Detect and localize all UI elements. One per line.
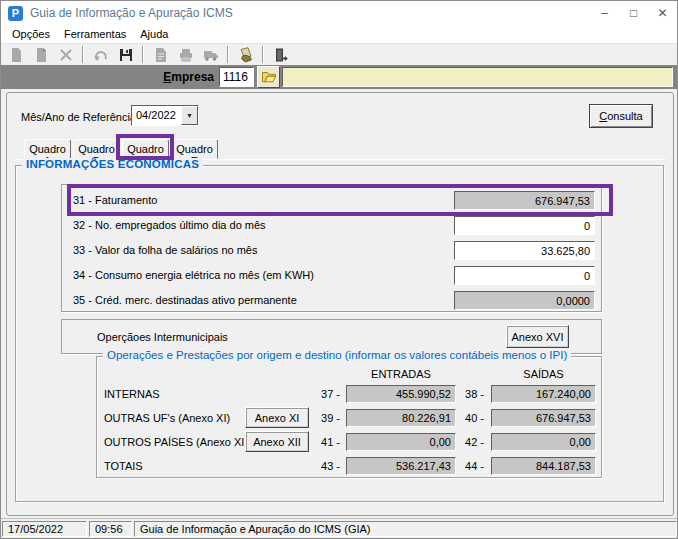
app-window: P Guia de Informação e Apuração ICMS – □… xyxy=(0,0,678,539)
label-outros-paises-anexo-xii: OUTROS PAÍSES (Anexo XII) xyxy=(104,436,251,448)
field-31: 676.947,53 xyxy=(454,191,595,210)
field-37: 455.990,52 xyxy=(346,385,456,403)
tab-quadro-a[interactable]: Quadro A xyxy=(24,139,71,159)
tab-quadro-b[interactable]: Quadro B xyxy=(73,139,120,159)
economic-row-33: 33 - Valor da folha de salários no mês33… xyxy=(62,240,601,265)
menu-item-ferramentas[interactable]: Ferramentas xyxy=(57,26,133,42)
num-label-41: 41 - xyxy=(300,436,340,448)
economic-fields-panel: 31 - Faturamento676.947,5332 - No. empre… xyxy=(61,184,602,312)
app-logo-icon: P xyxy=(8,6,23,21)
label-35: 35 - Créd. merc. destinadas ativo perman… xyxy=(73,294,297,306)
close-icon: ✕ xyxy=(657,6,667,20)
printer-icon xyxy=(178,47,194,63)
field-40: 676.947,53 xyxy=(491,409,596,427)
export-button xyxy=(198,44,223,65)
window-title: Guia de Informação e Apuração ICMS xyxy=(30,6,590,20)
field-35: 0,0000 xyxy=(454,291,595,310)
empresa-band: Empresa xyxy=(1,65,677,89)
maximize-icon: □ xyxy=(630,6,637,20)
new-button xyxy=(3,44,28,65)
edit-button xyxy=(28,44,53,65)
status-time: 09:56 xyxy=(89,521,132,537)
exit-button[interactable] xyxy=(268,44,293,65)
label-totais: TOTAIS xyxy=(104,460,143,472)
status-date: 17/05/2022 xyxy=(2,521,87,537)
origem-destino-title: Operações e Prestações por origem e dest… xyxy=(103,349,571,361)
economic-row-31: 31 - Faturamento676.947,53 xyxy=(62,190,601,215)
empresa-label: Empresa xyxy=(1,70,214,84)
reference-month-label: Mês/Ano de Referência xyxy=(21,111,136,123)
economic-row-32: 32 - No. empregados último dia do mês0 xyxy=(62,215,601,240)
informacoes-economicas-groupbox: INFORMAÇÕES ECONÔMICAS 31 - Faturamento6… xyxy=(15,165,664,502)
maximize-button[interactable]: □ xyxy=(619,1,648,25)
empresa-input[interactable] xyxy=(219,67,254,87)
origem-row-outros-paises-anexo-xii: OUTROS PAÍSES (Anexo XII)Anexo XII41 -0,… xyxy=(97,432,601,454)
field-41: 0,00 xyxy=(346,433,456,451)
field-43: 536.217,43 xyxy=(346,457,456,475)
origem-row-internas: INTERNAS37 -455.990,5238 -167.240,00 xyxy=(97,384,601,406)
toolbar-separator xyxy=(227,46,229,63)
field-32[interactable]: 0 xyxy=(454,216,595,235)
anexo-xvi-button[interactable]: Anexo XVI xyxy=(506,325,569,348)
window-controls: – □ ✕ xyxy=(590,1,677,25)
open-folder-icon xyxy=(261,69,277,85)
edit-page-icon xyxy=(33,47,49,63)
economic-row-35: 35 - Créd. merc. destinadas ativo perman… xyxy=(62,290,601,315)
close-button[interactable]: ✕ xyxy=(648,1,677,25)
toolbar-separator xyxy=(262,46,264,63)
num-label-43: 43 - xyxy=(300,460,340,472)
origem-row-outras-uf-s-anexo-xi: OUTRAS UF's (Anexo XI)Anexo XI39 -80.226… xyxy=(97,408,601,430)
delete-x-icon xyxy=(58,47,74,63)
report-button xyxy=(148,44,173,65)
menu-item-opcoes[interactable]: Opções xyxy=(5,26,57,42)
new-page-icon xyxy=(8,47,24,63)
minimize-button[interactable]: – xyxy=(590,1,619,25)
report-page-icon xyxy=(153,47,169,63)
label-34: 34 - Consumo energia elétrica no mês (em… xyxy=(73,269,314,281)
label-32: 32 - No. empregados último dia do mês xyxy=(73,219,266,231)
field-34[interactable]: 0 xyxy=(454,266,595,285)
undo-button xyxy=(88,44,113,65)
combo-dropdown-icon[interactable]: ▼ xyxy=(181,106,198,125)
reference-month-combobox[interactable]: 04/2022 ▼ xyxy=(131,105,199,126)
label-33: 33 - Valor da folha de salários no mês xyxy=(73,244,257,256)
title-bar: P Guia de Informação e Apuração ICMS – □… xyxy=(1,1,677,25)
origem-destino-groupbox: Operações e Prestações por origem e dest… xyxy=(96,356,602,478)
status-message: Guia de Informação e Apuração do ICMS (G… xyxy=(134,521,677,537)
hand-document-icon xyxy=(238,47,254,63)
open-company-button[interactable] xyxy=(257,66,280,88)
save-diskette-icon xyxy=(118,47,134,63)
save-button[interactable] xyxy=(113,44,138,65)
menu-item-ajuda[interactable]: Ajuda xyxy=(133,26,175,42)
wizard-button[interactable] xyxy=(233,44,258,65)
label-outras-uf-s-anexo-xi: OUTRAS UF's (Anexo XI) xyxy=(104,412,230,424)
toolbar-separator xyxy=(142,46,144,63)
consulta-button[interactable]: Consulta xyxy=(589,104,653,128)
num-label-40: 40 - xyxy=(447,412,484,424)
minimize-icon: – xyxy=(601,6,608,20)
label-internas: INTERNAS xyxy=(104,388,160,400)
content-panel: Mês/Ano de Referência 04/2022 ▼ Consulta… xyxy=(6,92,674,516)
label-31: 31 - Faturamento xyxy=(73,194,157,206)
num-label-38: 38 - xyxy=(447,388,484,400)
field-38: 167.240,00 xyxy=(491,385,596,403)
undo-arrow-icon xyxy=(93,47,109,63)
field-33[interactable]: 33.625,80 xyxy=(454,241,595,260)
toolbar xyxy=(1,43,677,65)
num-label-44: 44 - xyxy=(447,460,484,472)
print-button xyxy=(173,44,198,65)
status-bar: 17/05/2022 09:56 Guia de Informação e Ap… xyxy=(1,518,678,538)
tab-quadro-c[interactable]: Quadro C xyxy=(122,139,169,159)
toolbar-separator xyxy=(82,46,84,63)
origem-row-totais: TOTAIS43 -536.217,4344 -844.187,53 xyxy=(97,456,601,478)
num-label-37: 37 - xyxy=(300,388,340,400)
company-name-field xyxy=(282,67,673,87)
truck-icon xyxy=(203,47,219,63)
menu-bar: OpçõesFerramentasAjuda xyxy=(1,25,677,43)
reference-month-value: 04/2022 xyxy=(132,106,181,125)
field-42: 0,00 xyxy=(491,433,596,451)
tab-quadro-e[interactable]: Quadro E xyxy=(171,139,218,159)
field-39: 80.226,91 xyxy=(346,409,456,427)
exit-door-icon xyxy=(273,47,289,63)
num-label-42: 42 - xyxy=(447,436,484,448)
